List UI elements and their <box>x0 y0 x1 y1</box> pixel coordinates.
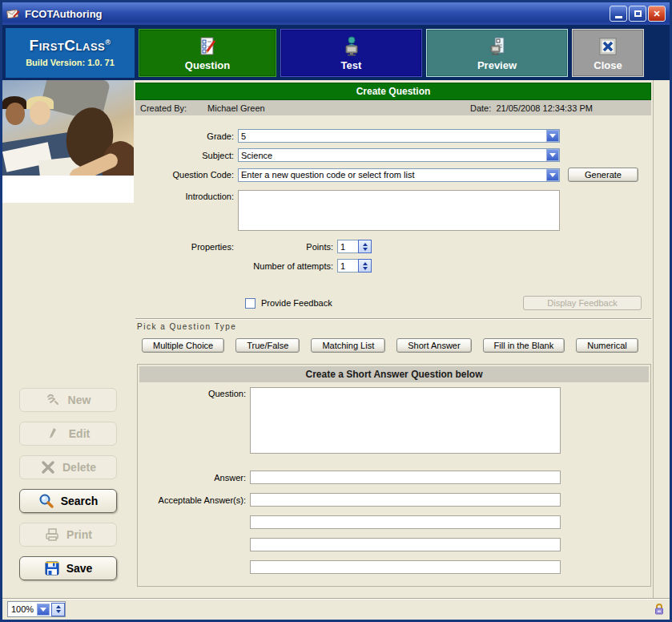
acceptable-answer-input-4[interactable] <box>250 560 561 574</box>
search-button[interactable]: Search <box>19 489 117 513</box>
zoom-spinner[interactable] <box>51 603 65 616</box>
question-code-select[interactable]: Enter a new question code or select from… <box>238 168 560 182</box>
type-multiple-choice-button[interactable]: Multiple Choice <box>142 338 224 353</box>
maximize-button[interactable] <box>629 6 646 22</box>
sidebar: New Edit Delete <box>2 80 134 598</box>
nav-close-label: Close <box>594 59 622 71</box>
generate-button[interactable]: Generate <box>568 168 638 182</box>
close-icon: ✕ <box>653 10 660 18</box>
section-divider <box>135 318 651 320</box>
meta-bar: Created By: Michael Green Date: 21/05/20… <box>135 100 651 115</box>
chevron-down-icon[interactable] <box>546 169 559 181</box>
nav-preview-label: Preview <box>477 59 517 71</box>
close-window-button[interactable]: ✕ <box>648 6 666 22</box>
new-button[interactable]: New <box>19 388 117 412</box>
created-by-value: Michael Green <box>207 103 265 113</box>
nav-close-button[interactable]: Close <box>572 29 644 77</box>
lock-icon <box>654 603 665 616</box>
points-label: Points: <box>238 242 337 252</box>
introduction-label: Introduction: <box>135 190 238 201</box>
nav-question-button[interactable]: Question <box>139 29 276 77</box>
type-true-false-button[interactable]: True/False <box>235 338 300 353</box>
maximize-icon <box>634 10 642 17</box>
grade-value: 5 <box>239 131 546 141</box>
type-short-answer-button[interactable]: Short Answer <box>396 338 471 353</box>
delete-x-icon <box>40 459 56 475</box>
minimize-button[interactable] <box>610 6 627 22</box>
edit-button[interactable]: Edit <box>19 422 117 446</box>
delete-button[interactable]: Delete <box>19 455 117 479</box>
question-label: Question: <box>138 387 250 398</box>
zoom-control[interactable]: 100% <box>7 601 66 617</box>
attempts-spinner[interactable] <box>358 259 372 273</box>
save-button-label: Save <box>66 562 93 575</box>
grade-label: Grade: <box>135 131 238 141</box>
question-type-buttons: Multiple Choice True/False Matching List… <box>135 338 651 353</box>
firstclass-app-icon <box>6 7 21 20</box>
new-button-label: New <box>68 394 91 406</box>
acceptable-answers-label: Acceptable Answer(s): <box>138 495 250 505</box>
acceptable-answer-input-2[interactable] <box>250 515 561 529</box>
provide-feedback-label: Provide Feedback <box>261 298 332 308</box>
zoom-level: 100% <box>11 604 37 614</box>
minimize-icon <box>615 16 622 18</box>
search-button-label: Search <box>61 495 99 507</box>
zoom-chevron-down-icon[interactable] <box>37 604 50 616</box>
points-spinner[interactable] <box>358 240 372 253</box>
firstclass-logo: FirstClass® <box>6 35 135 53</box>
edit-pencil-icon <box>46 426 62 442</box>
display-feedback-button[interactable]: Display Feedback <box>523 296 642 310</box>
question-code-label: Question Code: <box>135 170 238 180</box>
search-icon <box>38 493 54 509</box>
save-button[interactable]: Save <box>19 556 117 580</box>
app-window: FCOTAuthoring ✕ FirstClass® Build Versio… <box>0 0 672 622</box>
header-toolbar: FirstClass® Build Version: 1.0. 71 Quest… <box>2 25 670 80</box>
created-by-label: Created By: <box>140 103 187 113</box>
firstclass-logo-panel: FirstClass® Build Version: 1.0. 71 <box>6 28 135 78</box>
type-numerical-button[interactable]: Numerical <box>576 338 638 353</box>
print-button[interactable]: Print <box>19 523 117 547</box>
preview-document-icon <box>487 36 508 57</box>
date-label: Date: <box>470 103 491 113</box>
attempts-label: Number of attempts: <box>238 261 337 271</box>
titlebar: FCOTAuthoring ✕ <box>2 2 670 25</box>
chevron-down-icon[interactable] <box>546 130 559 142</box>
question-textarea[interactable] <box>250 387 561 454</box>
classroom-photo <box>2 80 134 203</box>
nav-preview-button[interactable]: Preview <box>426 29 568 77</box>
page-title: Create Question <box>135 83 651 100</box>
delete-button-label: Delete <box>62 461 96 474</box>
attempts-input[interactable] <box>337 259 358 273</box>
type-matching-list-button[interactable]: Matching List <box>311 338 385 353</box>
main-area: New Edit Delete <box>2 80 670 598</box>
answer-label: Answer: <box>138 473 250 483</box>
test-person-icon <box>341 36 362 57</box>
print-icon <box>44 527 60 543</box>
build-version: Build Version: 1.0. 71 <box>6 58 135 67</box>
status-bar: 100% <box>2 598 670 620</box>
close-x-icon <box>598 36 618 57</box>
date-value: 21/05/2008 12:34:33 PM <box>496 103 592 113</box>
sidebar-buttons: New Edit Delete <box>2 388 134 590</box>
short-answer-panel: Create a Short Answer Question below Que… <box>137 364 651 587</box>
subject-value: Science <box>239 151 546 160</box>
nav-question-label: Question <box>185 59 230 71</box>
create-question-panel: Create Question Created By: Michael Gree… <box>134 80 654 598</box>
nav-test-label: Test <box>341 59 362 71</box>
print-button-label: Print <box>66 528 92 541</box>
acceptable-answer-input-3[interactable] <box>250 538 561 551</box>
grade-select[interactable]: 5 <box>238 129 560 143</box>
chevron-down-icon[interactable] <box>546 149 559 161</box>
type-fill-in-the-blank-button[interactable]: Fill in the Blank <box>483 338 565 353</box>
nav-test-button[interactable]: Test <box>280 29 422 77</box>
answer-input[interactable] <box>250 471 561 484</box>
introduction-textarea[interactable] <box>238 190 560 231</box>
points-input[interactable] <box>337 240 358 253</box>
short-answer-header: Create a Short Answer Question below <box>139 366 649 382</box>
subject-select[interactable]: Science <box>238 148 560 162</box>
acceptable-answer-input-1[interactable] <box>250 493 561 507</box>
provide-feedback-checkbox[interactable] <box>245 298 256 309</box>
subject-label: Subject: <box>135 151 238 160</box>
window-title: FCOTAuthoring <box>25 8 103 20</box>
edit-button-label: Edit <box>69 427 90 440</box>
